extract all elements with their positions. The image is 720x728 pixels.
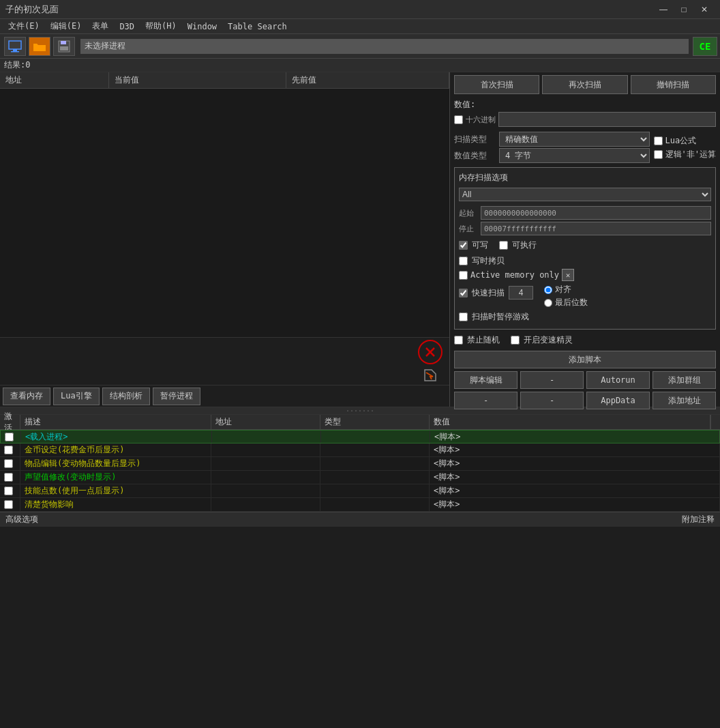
row-desc: <载入进程>: [21, 431, 212, 443]
cancel-icon[interactable]: [418, 340, 442, 364]
menu-edit[interactable]: 编辑(E): [45, 19, 87, 33]
pause-game-row: 扫描时暂停游戏: [459, 311, 711, 323]
first-scan-button[interactable]: 首次扫描: [454, 75, 539, 94]
writable-checkbox[interactable]: [459, 241, 468, 250]
maximize-button[interactable]: □: [674, 1, 694, 18]
menu-table[interactable]: 表单: [87, 19, 114, 33]
row-type: [320, 498, 430, 511]
autorun-button[interactable]: Autorun: [586, 371, 650, 389]
table-row[interactable]: 金币设定(花费金币后显示) <脚本>: [0, 443, 720, 457]
address-table-body: [0, 89, 449, 337]
data-type-label: 数值类型: [454, 150, 495, 162]
undo-scan-button[interactable]: 撤销扫描: [631, 75, 716, 94]
script-edit-button[interactable]: 脚本编辑: [454, 371, 518, 389]
table-row[interactable]: 技能点数(使用一点后显示) <脚本>: [0, 484, 720, 498]
stop-random-checkbox[interactable]: [454, 336, 463, 345]
toolbar-computer-icon[interactable]: [4, 37, 26, 56]
copy-on-write-checkbox[interactable]: [459, 257, 468, 265]
scan-type-col: 扫描类型 精确数值 数值类型 4 字节: [454, 130, 650, 164]
main-section: 地址 当前值 先前值: [0, 72, 720, 407]
next-scan-button[interactable]: 再次扫描: [542, 75, 627, 94]
active-mem-row: Active memory only ✕: [459, 269, 711, 281]
minimize-button[interactable]: —: [653, 1, 674, 18]
settings-button[interactable]: CE: [693, 37, 717, 56]
row-address: [211, 443, 320, 456]
stop-input[interactable]: [481, 222, 711, 235]
value-input[interactable]: [498, 112, 716, 127]
align-label: 对齐: [555, 284, 571, 295]
row-active-checkbox[interactable]: [4, 459, 13, 468]
lth-desc: 描述: [20, 415, 211, 429]
table-row[interactable]: 清楚货物影响 <脚本>: [0, 498, 720, 512]
last-digit-radio[interactable]: [544, 299, 552, 307]
row-active-checkbox[interactable]: [4, 473, 13, 482]
table-row[interactable]: <载入进程> <脚本>: [0, 430, 720, 443]
value-label: 数值:: [454, 99, 716, 111]
mem-all-select[interactable]: All: [459, 188, 711, 201]
appdata-button[interactable]: AppData: [586, 392, 650, 409]
menu-help[interactable]: 帮助(H): [140, 19, 182, 33]
scan-type-select[interactable]: 精确数值: [499, 132, 650, 147]
row-active-checkbox[interactable]: [5, 433, 14, 441]
row-value: <脚本>: [430, 457, 720, 470]
writable-row: 可写: [459, 239, 488, 251]
add-script-row: 添加脚本: [454, 351, 716, 368]
lth-val: 数值: [430, 415, 710, 429]
lua-engine-button[interactable]: Lua引擎: [53, 388, 100, 405]
menu-d3d[interactable]: D3D: [114, 20, 140, 33]
struct-analysis-button[interactable]: 结构剖析: [102, 388, 150, 405]
executable-row: 可执行: [499, 239, 537, 251]
table-row[interactable]: 声望值修改(变动时显示) <脚本>: [0, 471, 720, 484]
menu-file[interactable]: 文件(E): [3, 19, 45, 33]
svg-rect-4: [61, 41, 66, 44]
hex-checkbox[interactable]: [454, 115, 463, 124]
toolbar-folder-icon[interactable]: [29, 37, 50, 56]
fast-scan-input[interactable]: [509, 286, 533, 300]
not-logic-checkbox[interactable]: [654, 150, 663, 159]
speed-hack-checkbox[interactable]: [511, 336, 520, 345]
table-row[interactable]: 物品编辑(变动物品数量后显示) <脚本>: [0, 457, 720, 471]
fast-scan-checkbox[interactable]: [459, 289, 468, 297]
pause-game-checkbox[interactable]: [459, 312, 468, 321]
start-input[interactable]: [481, 206, 711, 220]
toolbar-save-icon[interactable]: [53, 37, 75, 56]
menu-window[interactable]: Window: [182, 20, 222, 33]
add-address-button[interactable]: 添加地址: [652, 392, 716, 409]
row-value: <脚本>: [430, 471, 720, 484]
th-previous: 先前值: [286, 72, 449, 88]
appdata-row: - - AppData 添加地址: [454, 392, 716, 409]
data-type-select[interactable]: 4 字节: [499, 148, 650, 163]
row-active-checkbox[interactable]: [4, 500, 13, 509]
stop-row: 停止: [459, 222, 711, 235]
alignment-group: 对齐 最后位数: [544, 284, 588, 308]
pause-process-button[interactable]: 暂停进程: [153, 388, 200, 405]
add-group-button[interactable]: 添加群组: [652, 371, 716, 389]
scan-type-label: 扫描类型: [454, 134, 495, 145]
row-address: [211, 484, 320, 497]
dash3-button[interactable]: -: [520, 392, 584, 409]
menu-table-search[interactable]: Table Search: [222, 20, 292, 33]
dash2-button[interactable]: -: [454, 392, 518, 409]
hex-label: 十六进制: [466, 115, 496, 125]
arrow-icon[interactable]: [422, 367, 438, 383]
svg-rect-1: [13, 49, 17, 51]
executable-checkbox[interactable]: [499, 241, 508, 250]
add-script-button[interactable]: 添加脚本: [454, 351, 716, 368]
results-bar: 结果:0: [0, 59, 720, 72]
close-button[interactable]: ✕: [694, 1, 715, 18]
extra-options-row: 禁止随机 开启变速精灵: [454, 332, 716, 348]
dash1-button[interactable]: -: [520, 371, 584, 389]
lua-formula-checkbox[interactable]: [654, 136, 663, 145]
active-mem-close[interactable]: ✕: [562, 269, 574, 281]
address-table-panel: 地址 当前值 先前值: [0, 72, 450, 407]
row-active-cell: [0, 484, 20, 497]
svg-rect-2: [11, 51, 19, 53]
active-mem-checkbox[interactable]: [459, 271, 468, 280]
process-bar[interactable]: 未选择进程: [80, 39, 689, 54]
row-active-checkbox[interactable]: [4, 486, 13, 495]
row-desc: 清楚货物影响: [20, 498, 211, 511]
row-active-checkbox[interactable]: [4, 446, 13, 454]
cancel-area: [0, 337, 449, 385]
align-radio[interactable]: [544, 286, 552, 294]
view-memory-button[interactable]: 查看内存: [3, 388, 50, 405]
